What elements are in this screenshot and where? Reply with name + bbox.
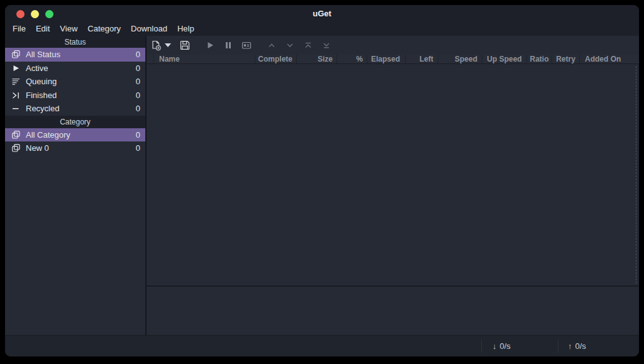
column-header-up-speed[interactable]: Up Speed (482, 55, 527, 63)
toolbar (147, 36, 639, 55)
menu-file[interactable]: File (8, 22, 31, 35)
column-header-percent[interactable]: % (337, 55, 367, 63)
download-table-header: Name Complete Size % Elapsed Left Speed … (147, 55, 639, 64)
column-header-ratio[interactable]: Ratio (527, 55, 552, 63)
column-header-added-on[interactable]: Added On (580, 55, 639, 63)
statusbar-separator (558, 339, 558, 353)
titlebar: uGet (5, 5, 639, 21)
sidebar-item-label: Finished (26, 91, 136, 100)
start-icon (205, 40, 215, 50)
move-bottom-button[interactable] (319, 38, 333, 52)
sidebar-item-label: Recycled (26, 104, 136, 113)
save-icon (180, 40, 190, 50)
play-icon (11, 63, 21, 73)
column-header-left[interactable]: Left (406, 55, 438, 63)
new-download-menu-button[interactable] (163, 38, 173, 52)
move-bottom-icon (321, 40, 331, 50)
sidebar-item-label: New 0 (26, 143, 136, 153)
sidebar-item-queuing[interactable]: Queuing 0 (5, 75, 145, 89)
properties-icon (242, 40, 252, 50)
scrollbar[interactable] (636, 66, 636, 284)
download-list[interactable] (147, 64, 639, 285)
sidebar-item-label: Queuing (26, 77, 136, 86)
move-down-icon (285, 40, 295, 50)
download-arrow-icon: ↓ (492, 341, 497, 351)
move-down-button[interactable] (283, 38, 297, 52)
pause-button[interactable] (221, 38, 235, 52)
column-header-retry[interactable]: Retry (552, 55, 580, 63)
sidebar-item-count: 0 (136, 63, 140, 73)
sidebar-item-recycled[interactable]: Recycled 0 (5, 102, 145, 116)
sidebar-item-active[interactable]: Active 0 (5, 62, 145, 75)
sidebar-item-count: 0 (136, 130, 140, 140)
download-speed-indicator: ↓ 0/s (492, 336, 511, 356)
menu-category[interactable]: Category (82, 22, 126, 35)
sidebar: Status All Status 0 Active 0 Queuin (5, 36, 147, 335)
column-header-elapsed[interactable]: Elapsed (367, 55, 406, 63)
category-section-header: Category (5, 116, 145, 128)
stack-icon (11, 143, 21, 153)
column-header-name[interactable]: Name (154, 55, 255, 63)
status-section-header: Status (5, 36, 145, 48)
detail-pane (147, 287, 639, 335)
sidebar-empty-area (5, 155, 145, 336)
new-dropdown-caret-icon (165, 43, 171, 47)
menu-view[interactable]: View (55, 22, 82, 35)
move-top-button[interactable] (301, 38, 315, 52)
minus-icon (11, 104, 21, 113)
stack-icon (11, 50, 21, 59)
sidebar-item-all-status[interactable]: All Status 0 (5, 48, 145, 62)
statusbar-separator (481, 339, 482, 353)
skip-to-end-icon (11, 91, 21, 100)
menu-edit[interactable]: Edit (31, 22, 55, 35)
statusbar: ↓ 0/s ↑ 0/s (5, 335, 639, 356)
queue-lines-icon (11, 77, 21, 86)
column-header-size[interactable]: Size (297, 55, 337, 63)
properties-button[interactable] (240, 38, 253, 52)
sidebar-item-count: 0 (136, 91, 140, 100)
start-button[interactable] (203, 38, 217, 52)
new-download-button[interactable] (149, 38, 163, 52)
sidebar-item-count: 0 (136, 77, 140, 86)
menu-help[interactable]: Help (172, 22, 199, 35)
pause-icon (223, 40, 233, 50)
column-header-speed[interactable]: Speed (438, 55, 482, 63)
menubar: File Edit View Category Download Help (5, 21, 639, 36)
stack-icon (11, 130, 21, 140)
main-panel: Name Complete Size % Elapsed Left Speed … (147, 36, 639, 335)
upload-speed-value: 0/s (575, 341, 586, 351)
move-top-icon (303, 40, 313, 50)
window-title: uGet (5, 5, 639, 21)
sidebar-item-count: 0 (136, 50, 140, 59)
sidebar-item-count: 0 (136, 143, 140, 153)
menu-download[interactable]: Download (126, 22, 172, 35)
sidebar-item-finished[interactable]: Finished 0 (5, 89, 145, 102)
new-download-icon (151, 40, 162, 51)
uget-window: uGet File Edit View Category Download He… (5, 5, 639, 356)
sidebar-item-label: All Status (26, 50, 136, 59)
move-up-icon (267, 40, 277, 50)
upload-speed-indicator: ↑ 0/s (568, 336, 586, 356)
sidebar-item-new-0[interactable]: New 0 0 (5, 141, 145, 155)
move-up-button[interactable] (265, 38, 279, 52)
sidebar-item-all-category[interactable]: All Category 0 (5, 128, 145, 142)
sidebar-item-label: Active (26, 63, 136, 73)
column-header-complete[interactable]: Complete (255, 55, 297, 63)
download-speed-value: 0/s (500, 341, 511, 351)
sidebar-item-count: 0 (136, 104, 140, 113)
save-button[interactable] (178, 38, 192, 52)
sidebar-item-label: All Category (26, 130, 136, 140)
column-header-blank[interactable] (147, 55, 154, 63)
upload-arrow-icon: ↑ (568, 341, 572, 351)
